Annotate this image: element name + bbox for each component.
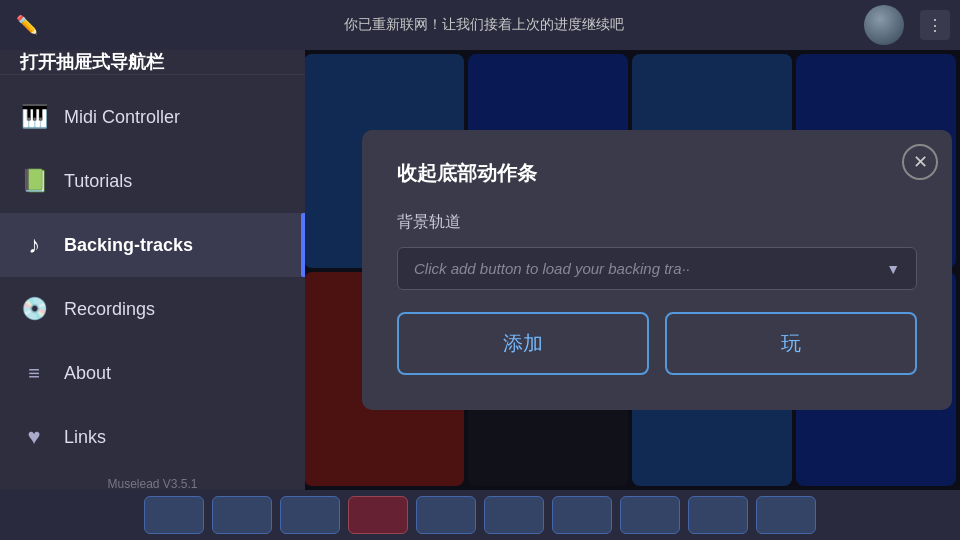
sidebar-item-recordings[interactable]: 💿 Recordings [0, 277, 305, 341]
add-button[interactable]: 添加 [397, 312, 649, 375]
sidebar-item-links-label: Links [64, 427, 106, 448]
sidebar-item-recordings-label: Recordings [64, 299, 155, 320]
marquee-text: 你已重新联网！让我们接着上次的进度继续吧 [50, 16, 917, 34]
sidebar-item-midi-controller[interactable]: 🎹 Midi Controller [0, 85, 305, 149]
sidebar-item-midi-label: Midi Controller [64, 107, 180, 128]
sidebar-drawer: 打开抽屉式导航栏 🎹 Midi Controller 📗 Tutorials ♪… [0, 50, 305, 490]
sidebar-header: 打开抽屉式导航栏 [0, 50, 305, 75]
bottom-btn-9[interactable] [688, 496, 748, 534]
sidebar-items: 🎹 Midi Controller 📗 Tutorials ♪ Backing-… [0, 75, 305, 469]
bottom-btn-5[interactable] [416, 496, 476, 534]
bottom-btn-8[interactable] [620, 496, 680, 534]
recordings-icon: 💿 [20, 295, 48, 323]
pencil-icon: ✏️ [16, 14, 38, 36]
bottom-btn-2[interactable] [212, 496, 272, 534]
active-indicator [301, 213, 305, 277]
sidebar-item-backing-tracks[interactable]: ♪ Backing-tracks [0, 213, 305, 277]
avatar [864, 5, 904, 45]
chevron-down-icon: ▼ [886, 261, 900, 277]
sidebar-item-tutorials-label: Tutorials [64, 171, 132, 192]
modal-action-buttons: 添加 玩 [397, 312, 917, 375]
modal-title: 收起底部动作条 [397, 160, 917, 187]
backing-track-dropdown[interactable]: Click add button to load your backing tr… [397, 247, 917, 290]
menu-icon[interactable]: ⋮ [920, 10, 950, 40]
bottom-btn-10[interactable] [756, 496, 816, 534]
section-label: 背景轨道 [397, 212, 917, 233]
play-button[interactable]: 玩 [665, 312, 917, 375]
sidebar-item-about-label: About [64, 363, 111, 384]
sidebar-item-backing-label: Backing-tracks [64, 235, 193, 256]
tutorials-icon: 📗 [20, 167, 48, 195]
app-version: Muselead V3.5.1 [0, 469, 305, 499]
sidebar-item-tutorials[interactable]: 📗 Tutorials [0, 149, 305, 213]
dropdown-placeholder: Click add button to load your backing tr… [414, 260, 886, 277]
links-icon: ♥ [20, 423, 48, 451]
backing-tracks-icon: ♪ [20, 231, 48, 259]
sidebar-item-links[interactable]: ♥ Links [0, 405, 305, 469]
bottom-btn-7[interactable] [552, 496, 612, 534]
bottom-btn-1[interactable] [144, 496, 204, 534]
main-area: 打开抽屉式导航栏 🎹 Midi Controller 📗 Tutorials ♪… [0, 50, 960, 490]
app-background: ✏️ 你已重新联网！让我们接着上次的进度继续吧 ↗ ⋮ 打开抽屉式导航栏 [0, 0, 960, 540]
sidebar-header-title: 打开抽屉式导航栏 [20, 50, 164, 74]
modal-close-button[interactable]: ✕ [902, 144, 938, 180]
modal-dialog: ✕ 收起底部动作条 背景轨道 Click add button to load … [362, 130, 952, 410]
bottom-btn-3[interactable] [280, 496, 340, 534]
about-icon: ≡ [20, 359, 48, 387]
sidebar-item-about[interactable]: ≡ About [0, 341, 305, 405]
bottom-btn-4[interactable] [348, 496, 408, 534]
top-bar: ✏️ 你已重新联网！让我们接着上次的进度继续吧 ↗ ⋮ [0, 0, 960, 50]
bottom-btn-6[interactable] [484, 496, 544, 534]
midi-controller-icon: 🎹 [20, 103, 48, 131]
